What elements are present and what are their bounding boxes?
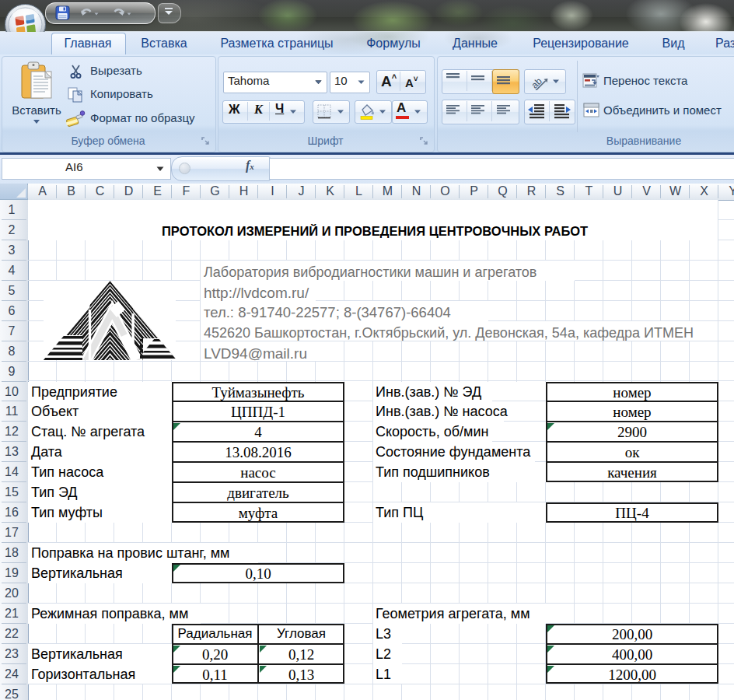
svg-text:ab: ab xyxy=(529,75,544,90)
